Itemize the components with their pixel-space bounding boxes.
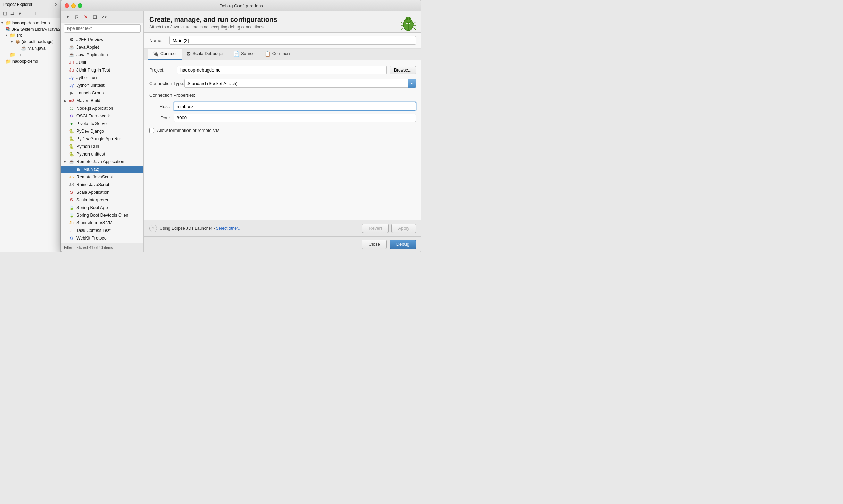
port-input[interactable] [174, 114, 416, 122]
config-panel: ✦ ⎘ ✕ ⊟ ⬈▾ ⚙ J2 [61, 11, 144, 252]
tree-item-hadoop-demo[interactable]: 📁 hadoop-demo [0, 58, 60, 65]
config-item-task-context[interactable]: Ju Task Context Test [61, 227, 143, 234]
config-item-rhino[interactable]: JS Rhino JavaScript [61, 181, 143, 188]
help-button[interactable]: ? [149, 225, 157, 232]
launcher-info: Using Eclipse JDT Launcher - Select othe… [160, 226, 359, 231]
config-item-python-unittest[interactable]: 🐍 Python unittest [61, 150, 143, 158]
tree-item-default-package[interactable]: ▾ 📦 (default package) [0, 39, 60, 45]
port-label: Port: [149, 115, 170, 120]
svg-point-11 [406, 23, 408, 24]
close-button[interactable] [65, 3, 69, 8]
config-item-spring-devtools[interactable]: 🍃 Spring Boot Devtools Clien [61, 211, 143, 219]
config-item-spring-boot[interactable]: 🍃 Spring Boot App [61, 204, 143, 211]
tree-item-lib[interactable]: 📁 lib [0, 51, 60, 58]
config-filter-input[interactable] [64, 24, 141, 33]
dialog-title: Debug Configurations [219, 3, 263, 8]
minimize-icon[interactable]: — [24, 10, 30, 17]
select-other-link[interactable]: Select other... [216, 226, 241, 231]
connection-type-label: Connection Type: [149, 81, 184, 86]
filter-button[interactable]: ⊟ [91, 13, 99, 21]
tab-common-label: Common [272, 51, 290, 56]
source-tab-icon: 📄 [233, 51, 239, 57]
tab-scala-debugger[interactable]: ⚙ Scala Debugger [182, 49, 229, 60]
config-item-pivotal[interactable]: ● Pivotal tc Server [61, 120, 143, 127]
detail-header-title: Create, manage, and run configurations [149, 16, 416, 24]
config-footer: Filter matched 41 of 43 items [61, 243, 143, 252]
config-item-pydev-django[interactable]: 🐍 PyDev Django [61, 127, 143, 135]
scala-debugger-tab-icon: ⚙ [186, 51, 191, 57]
apply-button[interactable]: Apply [391, 224, 416, 233]
config-item-pydev-google[interactable]: 🐍 PyDev Google App Run [61, 135, 143, 143]
svg-point-12 [409, 23, 410, 24]
tree-item-main-java[interactable]: ☕ Main.java [0, 45, 60, 51]
config-item-remote-java[interactable]: ▾ ☕ Remote Java Application [61, 158, 143, 166]
config-item-remote-js[interactable]: JS Remote JavaScript [61, 173, 143, 181]
tree-item-jre[interactable]: 📚 JRE System Library [JavaSE-1.8] [0, 26, 60, 32]
connection-type-row: Connection Type: Standard (Socket Attach… [149, 79, 416, 88]
debug-button[interactable]: Debug [390, 240, 416, 249]
new-config-button[interactable]: ✦ [64, 13, 72, 21]
link-editor-icon[interactable]: ⇄ [9, 10, 16, 17]
config-item-nodejs[interactable]: ⬡ Node.js Application [61, 104, 143, 112]
config-item-scala-app[interactable]: S Scala Application [61, 188, 143, 196]
export-button[interactable]: ⬈▾ [100, 13, 108, 21]
revert-button[interactable]: Revert [362, 224, 389, 233]
app-container: Project Explorer ✕ ⊟ ⇄ ▾ — □ ▾ 📁 hadoop-… [0, 0, 422, 252]
host-label: Host: [149, 104, 170, 109]
tab-connect-label: Connect [160, 51, 177, 56]
config-list: ⚙ J2EE Preview ☕ Java Applet ☕ Java Appl… [61, 34, 143, 243]
minimize-button[interactable] [71, 3, 76, 8]
close-button[interactable]: Close [362, 240, 386, 249]
config-item-j2ee-preview[interactable]: ⚙ J2EE Preview [61, 36, 143, 43]
filter-count: Filter matched 41 of 43 items [64, 245, 113, 250]
allow-termination-row: Allow termination of remote VM [149, 128, 416, 133]
explorer-header: Project Explorer ✕ [0, 0, 60, 9]
tree-item-hadoop-debugdemo[interactable]: ▾ 📁 hadoop-debugdemo [0, 19, 60, 26]
project-row: Project: Browse... [149, 66, 416, 74]
tab-connect[interactable]: 🔌 Connect [148, 49, 182, 60]
collapse-all-icon[interactable]: ⊟ [2, 10, 8, 17]
browse-button[interactable]: Browse... [390, 66, 416, 74]
host-input[interactable] [174, 102, 416, 111]
config-item-junit-plugin[interactable]: Ju JUnit Plug-in Test [61, 66, 143, 74]
dialog-titlebar: Debug Configurations [61, 0, 422, 11]
config-item-junit[interactable]: Ju JUnit [61, 59, 143, 66]
connect-tab-content: Project: Browse... Connection Type: Stan… [144, 60, 422, 220]
duplicate-config-button[interactable]: ⎘ [73, 13, 81, 21]
delete-config-button[interactable]: ✕ [82, 13, 90, 21]
project-explorer-panel: Project Explorer ✕ ⊟ ⇄ ▾ — □ ▾ 📁 hadoop-… [0, 0, 61, 252]
svg-line-3 [401, 22, 403, 24]
tab-source[interactable]: 📄 Source [228, 49, 260, 60]
connection-type-select[interactable]: Standard (Socket Attach) Standard (Socke… [184, 79, 416, 88]
config-item-standalone-v8[interactable]: Ju Standalone V8 VM [61, 219, 143, 227]
config-item-maven-build[interactable]: ▶ m2 Maven Build [61, 97, 143, 104]
maximize-button[interactable] [78, 3, 82, 8]
config-item-main-2[interactable]: 🖥 Main (2) [61, 166, 143, 173]
dialog-bottom-bar: ? Using Eclipse JDT Launcher - Select ot… [144, 220, 422, 236]
tabs-bar: 🔌 Connect ⚙ Scala Debugger 📄 Source [144, 49, 422, 60]
tab-common[interactable]: 📋 Common [260, 49, 295, 60]
connection-properties-grid: Host: Port: [149, 102, 416, 122]
config-item-java-applet[interactable]: ☕ Java Applet [61, 43, 143, 51]
config-item-launch-group[interactable]: ▶ Launch Group [61, 89, 143, 97]
window-controls [65, 3, 82, 8]
menu-arrow-icon[interactable]: ▾ [17, 10, 23, 17]
config-item-java-application[interactable]: ☕ Java Application [61, 51, 143, 59]
detail-header-subtitle: Attach to a Java virtual machine accepti… [149, 25, 416, 30]
name-row: Name: [144, 33, 422, 49]
config-item-jython-run[interactable]: Jy Jython run [61, 74, 143, 82]
config-item-scala-interp[interactable]: S Scala Interpreter [61, 196, 143, 204]
tree-item-src[interactable]: ▾ 📁 src [0, 32, 60, 39]
connection-properties-label: Connection Properties: [149, 93, 416, 98]
name-input[interactable] [169, 36, 416, 45]
maximize-icon[interactable]: □ [31, 10, 37, 17]
common-tab-icon: 📋 [265, 51, 270, 57]
project-input[interactable] [177, 66, 387, 74]
explorer-close-icon[interactable]: ✕ [55, 2, 58, 7]
config-item-jython-unittest[interactable]: Jy Jython unittest [61, 82, 143, 89]
config-item-webkit[interactable]: ⚙ WebKit Protocol [61, 234, 143, 242]
config-item-python-run[interactable]: 🐍 Python Run [61, 143, 143, 150]
config-item-osgi[interactable]: ⚙ OSGi Framework [61, 112, 143, 120]
project-tree: ▾ 📁 hadoop-debugdemo 📚 JRE System Librar… [0, 18, 60, 252]
allow-termination-checkbox[interactable] [149, 128, 154, 133]
